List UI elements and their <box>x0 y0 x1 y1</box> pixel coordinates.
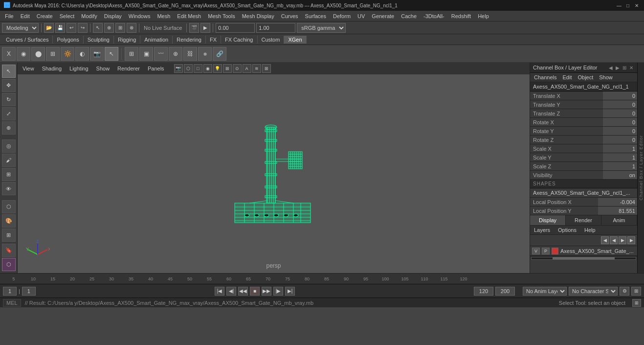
cb-menu-edit[interactable]: Edit <box>560 74 574 81</box>
menu-item-select[interactable]: Select <box>57 12 78 20</box>
char-set-select[interactable]: No Character Set <box>569 287 618 296</box>
current-frame-input-left[interactable] <box>3 287 17 296</box>
cb-menu-show[interactable]: Show <box>597 74 615 81</box>
vp-menu-renderer[interactable]: Renderer <box>115 65 142 72</box>
anim-layer-select[interactable]: No Anim Layer <box>523 287 567 296</box>
pb-extra-btn[interactable]: ⊞ <box>631 287 641 296</box>
timeline-ruler[interactable]: 5101520253035404550556065707580859095100… <box>4 274 640 284</box>
minimize-button[interactable]: — <box>616 2 622 9</box>
render-tool[interactable]: 🎨 <box>2 214 16 228</box>
channel-value-7[interactable]: 1 <box>603 153 637 161</box>
channel-value-5[interactable]: 0 <box>603 136 637 144</box>
menu-item-mesh-tools[interactable]: Mesh Tools <box>205 12 238 20</box>
menu-item-cache[interactable]: Cache <box>398 12 420 20</box>
toolbar-select-btn[interactable]: ↖ <box>93 23 103 33</box>
script-editor-btn[interactable]: ⊞ <box>632 299 641 307</box>
shelf-item-polygons[interactable]: Polygons <box>53 36 83 44</box>
go-start-btn[interactable]: |◀ <box>215 287 224 296</box>
vp-menu-shading[interactable]: Shading <box>40 65 64 72</box>
layer-icon-right[interactable]: ▶ <box>619 236 626 244</box>
toolbar-playblast-btn[interactable]: ▶ <box>200 23 210 33</box>
shelf-item-animation[interactable]: Animation <box>140 36 173 44</box>
toolbar-open-btn[interactable]: 📂 <box>44 23 54 33</box>
shelf-item-rigging[interactable]: Rigging <box>114 36 140 44</box>
menu-item-help[interactable]: Help <box>475 12 492 20</box>
shelf-item-fx[interactable]: FX <box>206 36 221 44</box>
scrollbar-track[interactable] <box>531 257 636 260</box>
mode-label[interactable]: MEL <box>3 299 21 307</box>
toolbar-snap2-btn[interactable]: ⊞ <box>115 23 125 33</box>
menu-item-modify[interactable]: Modify <box>78 12 100 20</box>
toolbar-undo-btn[interactable]: ↩ <box>67 23 76 33</box>
workspace-selector[interactable]: Modeling <box>2 23 39 33</box>
vp-menu-show[interactable]: Show <box>94 65 112 72</box>
tool-nurbs[interactable]: 〰 <box>154 47 168 61</box>
cb-arrow-left[interactable]: ◀ <box>608 65 614 70</box>
shelf-item-rendering[interactable]: Rendering <box>173 36 206 44</box>
menu-item-edit[interactable]: Edit <box>18 12 33 20</box>
value2-input[interactable] <box>256 23 295 33</box>
layers-menu-options[interactable]: Options <box>556 227 578 233</box>
layer-v-0[interactable]: V <box>532 248 540 254</box>
playback-frame-input[interactable] <box>22 287 36 296</box>
tool-smooth[interactable]: ⬤ <box>31 47 45 61</box>
bookmark-tool[interactable]: 🔖 <box>2 244 16 257</box>
close-button[interactable]: ✕ <box>633 2 640 9</box>
vp-icon-smooth-shade[interactable]: ◉ <box>203 64 212 73</box>
cb-resize[interactable]: ⊞ <box>622 65 627 70</box>
value1-input[interactable] <box>216 23 255 33</box>
menu-item-curves[interactable]: Curves <box>278 12 301 20</box>
nav-tool[interactable]: ⬡ <box>2 258 16 271</box>
attr-strip[interactable]: Channel Box / Layer Editor <box>637 63 644 273</box>
tool-joints[interactable]: ⊕ <box>169 47 182 61</box>
tool-grid[interactable]: ⊞ <box>125 47 138 61</box>
toolbar-snap3-btn[interactable]: ⊗ <box>127 23 136 33</box>
local-pos-value-1[interactable]: 81.551 <box>598 207 637 215</box>
vp-icon-perspective[interactable]: ⬡ <box>184 64 193 73</box>
tool-light[interactable]: 🔆 <box>61 47 74 61</box>
cb-arrow-right[interactable]: ▶ <box>615 65 621 70</box>
timeline-area[interactable]: 5101520253035404550556065707580859095100… <box>0 273 644 284</box>
universal-tool[interactable]: ⊕ <box>2 121 16 135</box>
tool-poly[interactable]: ▣ <box>139 47 153 61</box>
play-fwd-btn[interactable]: ▶▶ <box>262 287 271 296</box>
toolbar-snap-btn[interactable]: ⊕ <box>104 23 114 33</box>
step-fwd-btn[interactable]: |▶ <box>273 287 283 296</box>
menu-item-uv[interactable]: UV <box>355 12 368 20</box>
tool-shadow[interactable]: ◐ <box>75 47 89 61</box>
vp-icon-texture[interactable]: ⊞ <box>223 64 232 73</box>
right-scrollbar[interactable] <box>530 256 637 260</box>
vp-icon-resolution[interactable]: ⊙ <box>233 64 242 73</box>
menu-item-display[interactable]: Display <box>101 12 125 20</box>
layer-icon-right2[interactable]: ▶ <box>627 236 635 244</box>
vp-icon-motion[interactable]: ≋ <box>252 64 261 73</box>
shading-tool[interactable]: ⬡ <box>2 200 16 213</box>
layers-menu-layers[interactable]: Layers <box>532 227 552 233</box>
layer-p-0[interactable]: P <box>542 248 550 254</box>
scrollbar-thumb[interactable] <box>553 257 615 259</box>
menu-item-mesh-display[interactable]: Mesh Display <box>239 12 277 20</box>
channel-value-4[interactable]: 0 <box>603 127 637 135</box>
shelf-item-curves-/-surfaces[interactable]: Curves / Surfaces <box>2 36 53 44</box>
scale-tool[interactable]: ⤢ <box>2 107 16 120</box>
channel-value-8[interactable]: 1 <box>603 162 637 170</box>
layer-color-0[interactable] <box>552 248 558 254</box>
cb-close[interactable]: ✕ <box>628 65 634 70</box>
vp-icon-aa[interactable]: A <box>243 64 251 73</box>
layout-tool[interactable]: ⊞ <box>2 229 16 242</box>
soft-select-tool[interactable]: ◎ <box>2 139 16 153</box>
dra-tab-anim[interactable]: Anim <box>601 215 637 225</box>
menu-item-generate[interactable]: Generate <box>369 12 397 20</box>
tool-constraint[interactable]: 🔗 <box>213 47 226 61</box>
cb-menu-channels[interactable]: Channels <box>532 74 558 81</box>
snap-tool[interactable]: ⊞ <box>2 168 16 181</box>
menu-item--3dtoall-[interactable]: -3DtoAll- <box>421 12 447 20</box>
toolbar-render-btn[interactable]: 🎬 <box>189 23 199 33</box>
play-back-btn[interactable]: ◀◀ <box>238 287 248 296</box>
shelf-item-custom[interactable]: Custom <box>258 36 285 44</box>
vp-icon-hud[interactable]: ⊞ <box>262 64 271 73</box>
channel-value-6[interactable]: 1 <box>603 144 637 153</box>
isolate-tool[interactable]: 👁 <box>2 182 16 195</box>
select-tool[interactable]: ↖ <box>2 65 16 78</box>
tool-cursor[interactable]: ↖ <box>105 47 118 61</box>
